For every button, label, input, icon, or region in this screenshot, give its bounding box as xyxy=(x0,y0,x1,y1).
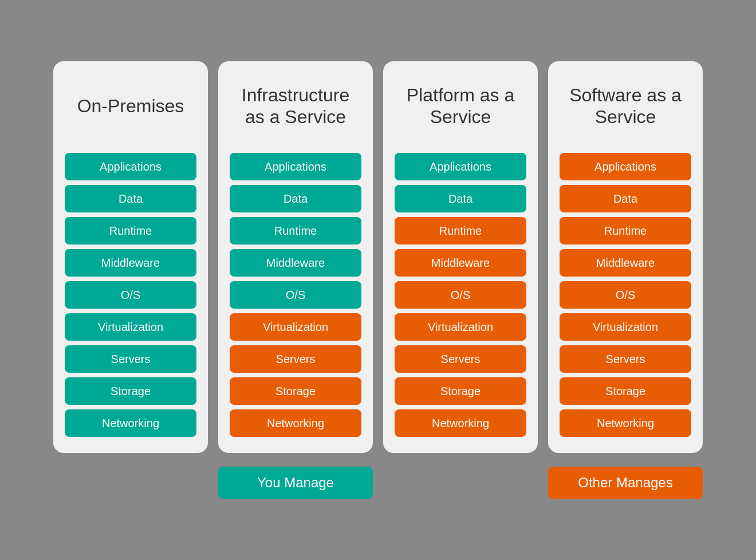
columns-row: On-PremisesApplicationsDataRuntimeMiddle… xyxy=(34,61,722,453)
item-badge-applications-saas: Applications xyxy=(560,153,691,180)
item-badge-networking-saas: Networking xyxy=(560,409,691,437)
item-badge-applications-iaas: Applications xyxy=(230,153,361,180)
item-badge-data-on-premises: Data xyxy=(65,185,196,212)
item-badge-middleware-saas: Middleware xyxy=(560,249,691,277)
item-badge-o-s-on-premises: O/S xyxy=(65,281,196,309)
items-list-paas: ApplicationsDataRuntimeMiddlewareO/SVirt… xyxy=(395,153,526,437)
footer-spacer-left xyxy=(53,467,208,499)
item-badge-storage-paas: Storage xyxy=(395,377,526,405)
column-title-on-premises: On-Premises xyxy=(77,77,184,135)
footer-row: You ManageOther Manages xyxy=(34,467,722,499)
item-badge-storage-iaas: Storage xyxy=(230,377,361,405)
item-badge-storage-saas: Storage xyxy=(560,377,691,405)
item-badge-networking-paas: Networking xyxy=(395,409,526,437)
item-badge-runtime-saas: Runtime xyxy=(560,217,691,244)
item-badge-middleware-iaas: Middleware xyxy=(230,249,361,277)
item-badge-data-iaas: Data xyxy=(230,185,361,212)
main-container: On-PremisesApplicationsDataRuntimeMiddle… xyxy=(34,61,722,499)
item-badge-networking-on-premises: Networking xyxy=(65,409,196,437)
item-badge-applications-paas: Applications xyxy=(395,153,526,180)
items-list-on-premises: ApplicationsDataRuntimeMiddlewareO/SVirt… xyxy=(65,153,196,437)
item-badge-o-s-iaas: O/S xyxy=(230,281,361,309)
other-manages-button[interactable]: Other Manages xyxy=(548,467,703,499)
you-manage-button[interactable]: You Manage xyxy=(218,467,373,499)
column-title-paas: Platform as a Service xyxy=(395,77,526,135)
item-badge-data-paas: Data xyxy=(395,185,526,212)
footer-spacer-middle xyxy=(383,467,538,499)
item-badge-o-s-saas: O/S xyxy=(560,281,691,309)
item-badge-servers-paas: Servers xyxy=(395,345,526,373)
column-title-saas: Software as a Service xyxy=(560,77,691,135)
item-badge-networking-iaas: Networking xyxy=(230,409,361,437)
item-badge-o-s-paas: O/S xyxy=(395,281,526,309)
item-badge-storage-on-premises: Storage xyxy=(65,377,196,405)
column-card-paas: Platform as a ServiceApplicationsDataRun… xyxy=(383,61,538,453)
column-card-iaas: Infrastructure as a ServiceApplicationsD… xyxy=(218,61,373,453)
item-badge-servers-iaas: Servers xyxy=(230,345,361,373)
item-badge-middleware-on-premises: Middleware xyxy=(65,249,196,277)
item-badge-virtualization-saas: Virtualization xyxy=(560,313,691,341)
item-badge-data-saas: Data xyxy=(560,185,691,212)
item-badge-virtualization-iaas: Virtualization xyxy=(230,313,361,341)
item-badge-virtualization-on-premises: Virtualization xyxy=(65,313,196,341)
item-badge-runtime-on-premises: Runtime xyxy=(65,217,196,244)
item-badge-virtualization-paas: Virtualization xyxy=(395,313,526,341)
item-badge-servers-saas: Servers xyxy=(560,345,691,373)
item-badge-middleware-paas: Middleware xyxy=(395,249,526,277)
column-title-iaas: Infrastructure as a Service xyxy=(230,77,361,135)
items-list-saas: ApplicationsDataRuntimeMiddlewareO/SVirt… xyxy=(560,153,691,437)
column-card-saas: Software as a ServiceApplicationsDataRun… xyxy=(548,61,703,453)
item-badge-runtime-iaas: Runtime xyxy=(230,217,361,244)
column-card-on-premises: On-PremisesApplicationsDataRuntimeMiddle… xyxy=(53,61,208,453)
items-list-iaas: ApplicationsDataRuntimeMiddlewareO/SVirt… xyxy=(230,153,361,437)
item-badge-applications-on-premises: Applications xyxy=(65,153,196,180)
item-badge-runtime-paas: Runtime xyxy=(395,217,526,244)
item-badge-servers-on-premises: Servers xyxy=(65,345,196,373)
